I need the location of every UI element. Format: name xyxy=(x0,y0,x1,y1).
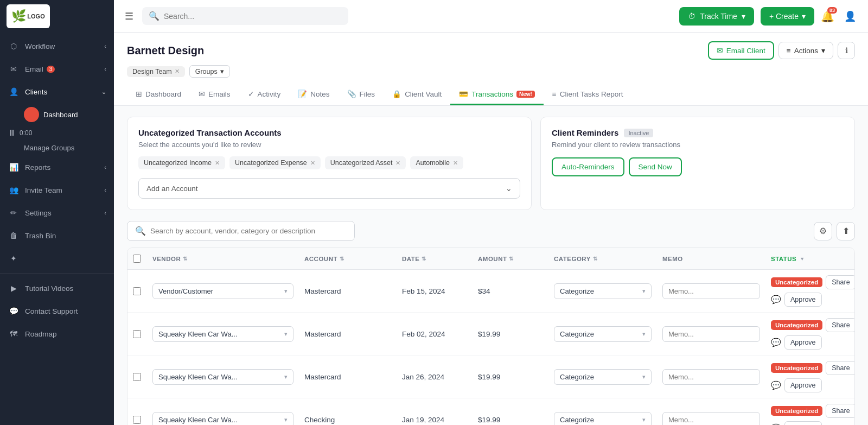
row-checkbox-3[interactable] xyxy=(133,416,141,424)
send-now-button[interactable]: Send Now xyxy=(629,157,682,176)
sidebar-item-email[interactable]: ✉ Email 3 ‹ xyxy=(0,58,114,80)
memo-input-1[interactable] xyxy=(662,326,760,342)
sidebar-item-sparkle[interactable]: ✦ xyxy=(0,247,114,270)
email-client-button[interactable]: ✉ Email Client xyxy=(708,41,774,60)
logo[interactable]: 🌿 LOGO xyxy=(7,4,50,28)
notifications-button[interactable]: 🔔 83 xyxy=(821,10,834,23)
settings-icon-button[interactable]: ⚙ xyxy=(814,222,832,240)
left-panel-title: Uncategorized Transaction Accounts xyxy=(138,128,520,137)
row-checkbox-1[interactable] xyxy=(133,330,141,338)
sidebar-item-contact-support[interactable]: 💬 Contact Support xyxy=(0,300,114,322)
email-badge: 3 xyxy=(47,66,55,73)
row-checkbox-0[interactable] xyxy=(133,287,141,295)
th-vendor[interactable]: VENDOR ⇅ xyxy=(147,248,299,269)
share-button-2[interactable]: Share xyxy=(826,361,855,375)
share-button-3[interactable]: Share xyxy=(826,404,855,418)
td-memo xyxy=(657,407,765,426)
remove-automobile-chip[interactable]: ✕ xyxy=(453,160,458,167)
category-dropdown-3[interactable]: Categorize ▾ xyxy=(554,412,652,426)
tab-client-vault[interactable]: 🔒 Client Vault xyxy=(384,84,450,105)
auto-reminders-button[interactable]: Auto-Reminders xyxy=(552,157,624,176)
select-all-checkbox[interactable] xyxy=(133,255,141,263)
vendor-dropdown-1[interactable]: Squeaky Kleen Car Wa... ▾ xyxy=(152,326,293,342)
body-panels: Uncategorized Transaction Accounts Selec… xyxy=(114,106,868,221)
sidebar-item-clients[interactable]: 👤 Clients ⌄ xyxy=(0,80,114,103)
category-dropdown-1[interactable]: Categorize ▾ xyxy=(554,326,652,342)
remove-income-chip[interactable]: ✕ xyxy=(215,160,220,167)
topbar: ☰ 🔍 ⏱ Track Time ▾ + Create ▾ 🔔 83 👤 xyxy=(114,0,868,33)
tab-dashboard[interactable]: ⊞ Dashboard xyxy=(127,84,190,105)
hamburger-menu-button[interactable]: ☰ xyxy=(123,8,136,24)
tab-transactions[interactable]: 💳 Transactions New! xyxy=(450,84,544,105)
share-button-0[interactable]: Share xyxy=(826,275,855,289)
search-input[interactable] xyxy=(164,12,342,21)
create-button[interactable]: + Create ▾ xyxy=(761,7,814,26)
user-avatar-button[interactable]: 👤 xyxy=(841,7,859,26)
groups-dropdown[interactable]: Groups ▾ xyxy=(189,65,230,78)
memo-input-2[interactable] xyxy=(662,369,760,385)
tab-client-tasks-report[interactable]: ≡ Client Tasks Report xyxy=(544,85,632,105)
sidebar-subitem-dashboard[interactable]: Dashboard xyxy=(0,103,114,126)
vendor-dropdown-0[interactable]: Vendor/Customer ▾ xyxy=(152,283,293,299)
sidebar-item-workflow[interactable]: ⬡ Workflow ‹ xyxy=(0,35,114,58)
sidebar-item-settings[interactable]: ✏ Settings ‹ xyxy=(0,201,114,224)
vendor-dropdown-3[interactable]: Squeaky Kleen Car Wa... ▾ xyxy=(152,412,293,426)
comment-icon-2[interactable]: 💬 xyxy=(771,380,781,390)
vendor-dropdown-2[interactable]: Squeaky Kleen Car Wa... ▾ xyxy=(152,369,293,385)
trash-icon: 🗑 xyxy=(8,230,20,242)
settings-icon: ✏ xyxy=(8,207,20,219)
remove-expense-chip[interactable]: ✕ xyxy=(310,160,315,167)
left-panel: Uncategorized Transaction Accounts Selec… xyxy=(127,117,532,210)
sidebar-subitem-manage-groups[interactable]: Manage Groups xyxy=(0,140,114,156)
tab-activity[interactable]: ✓ Activity xyxy=(239,84,290,105)
tab-notes[interactable]: 📝 Notes xyxy=(289,84,338,105)
table-row: Squeaky Kleen Car Wa... ▾ Mastercard Feb… xyxy=(127,313,854,356)
comment-icon-0[interactable]: 💬 xyxy=(771,295,781,305)
remove-asset-chip[interactable]: ✕ xyxy=(395,160,400,167)
new-badge: New! xyxy=(516,91,535,98)
main-content: ☰ 🔍 ⏱ Track Time ▾ + Create ▾ 🔔 83 👤 Bar… xyxy=(114,0,868,425)
track-time-button[interactable]: ⏱ Track Time ▾ xyxy=(679,7,754,26)
th-account[interactable]: ACCOUNT ⇅ xyxy=(299,248,397,269)
dropdown-chevron-icon: ▾ xyxy=(284,416,288,423)
tab-files[interactable]: 📎 Files xyxy=(339,84,384,105)
sidebar-item-roadmap[interactable]: 🗺 Roadmap xyxy=(0,322,114,345)
actions-button[interactable]: ≡ Actions ▾ xyxy=(778,42,833,59)
approve-button-3[interactable]: Approve xyxy=(784,421,822,425)
add-account-dropdown[interactable]: Add an Account ⌄ xyxy=(138,178,520,199)
export-icon-button[interactable]: ⬆ xyxy=(837,222,855,240)
remove-design-team-tag[interactable]: ✕ xyxy=(175,68,180,75)
category-dropdown-0[interactable]: Categorize ▾ xyxy=(554,283,652,299)
memo-input-0[interactable] xyxy=(662,283,760,299)
sidebar-item-label: Email xyxy=(25,65,43,73)
client-tags: Design Team ✕ Groups ▾ xyxy=(127,65,855,78)
memo-input-3[interactable] xyxy=(662,412,760,426)
sidebar-item-tutorial-videos[interactable]: ▶ Tutorial Videos xyxy=(0,277,114,300)
chevron-down-icon: ▾ xyxy=(220,67,224,75)
table-header: VENDOR ⇅ ACCOUNT ⇅ DATE ⇅ AMOUNT ⇅ xyxy=(127,248,854,270)
approve-button-2[interactable]: Approve xyxy=(784,378,822,392)
td-date: Feb 15, 2024 xyxy=(397,282,473,301)
row-checkbox-2[interactable] xyxy=(133,373,141,381)
td-date: Jan 26, 2024 xyxy=(397,367,473,386)
transactions-table: VENDOR ⇅ ACCOUNT ⇅ DATE ⇅ AMOUNT ⇅ xyxy=(127,248,855,425)
table-search-row: 🔍 ⚙ ⬆ xyxy=(127,221,855,241)
sidebar-item-trash-bin[interactable]: 🗑 Trash Bin xyxy=(0,224,114,247)
th-amount[interactable]: AMOUNT ⇅ xyxy=(473,248,548,269)
category-dropdown-2[interactable]: Categorize ▾ xyxy=(554,369,652,385)
roadmap-icon: 🗺 xyxy=(8,328,20,340)
transactions-search-input[interactable] xyxy=(150,227,347,235)
th-status[interactable]: STATUS ▼ xyxy=(765,248,855,269)
sidebar-item-invite-team[interactable]: 👥 Invite Team ‹ xyxy=(0,179,114,201)
share-button-1[interactable]: Share xyxy=(826,318,855,332)
tab-emails[interactable]: ✉ Emails xyxy=(190,84,239,105)
comment-icon-1[interactable]: 💬 xyxy=(771,338,781,347)
th-category[interactable]: CATEGORY ⇅ xyxy=(548,248,657,269)
sidebar-item-reports[interactable]: 📊 Reports ‹ xyxy=(0,156,114,179)
approve-button-1[interactable]: Approve xyxy=(784,335,822,350)
reminder-description: Remind your client to review transaction… xyxy=(552,141,844,149)
approve-button-0[interactable]: Approve xyxy=(784,293,822,307)
chevron-down-icon: ⌄ xyxy=(506,184,512,193)
th-date[interactable]: DATE ⇅ xyxy=(397,248,473,269)
info-button[interactable]: ℹ xyxy=(838,42,855,59)
